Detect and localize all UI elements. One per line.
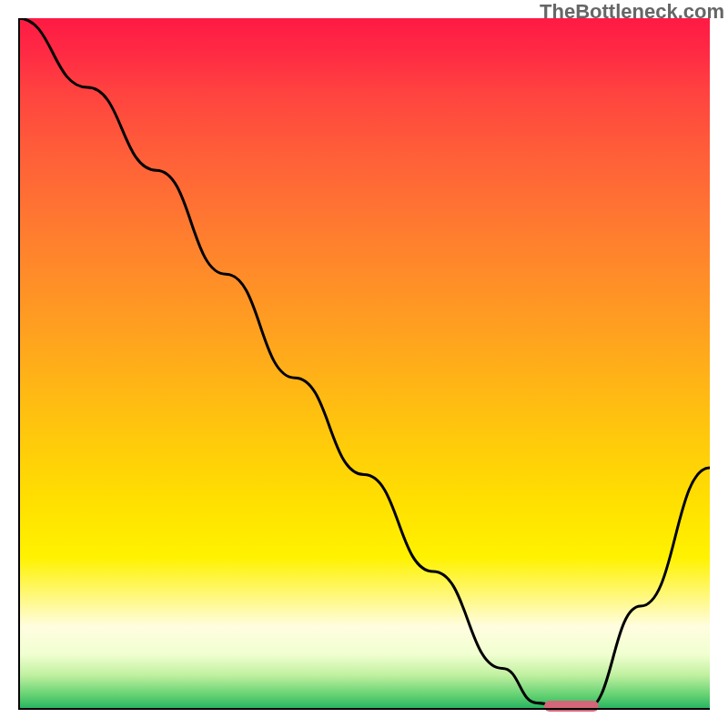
x-axis	[18, 708, 710, 710]
watermark-text: TheBottleneck.com	[540, 0, 724, 24]
optimal-range-marker	[544, 701, 600, 712]
y-axis	[18, 18, 20, 710]
chart-container	[18, 18, 710, 710]
bottleneck-curve	[18, 18, 710, 710]
